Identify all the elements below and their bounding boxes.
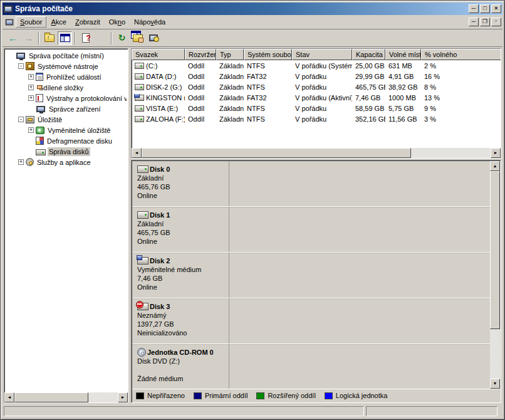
column-header-%-voln-ho[interactable]: % volného xyxy=(421,49,501,60)
menu-zobrazit[interactable]: Zobrazit xyxy=(71,16,105,28)
disk-info-cell[interactable]: Jednotka CD-ROM 0Disk DVD (Z:)Žádné médi… xyxy=(132,344,229,389)
tree-item-prohl-e-ud-lost-[interactable]: +Prohlížeč událostí xyxy=(6,71,127,82)
cell-status: V pořádku xyxy=(292,83,352,91)
scroll-left-button[interactable]: ◄ xyxy=(4,392,14,402)
console-settings-button[interactable] xyxy=(146,31,160,45)
computer-icon xyxy=(16,53,25,59)
tree-expander[interactable]: + xyxy=(28,127,34,133)
scroll-left-button[interactable]: ◄ xyxy=(132,148,142,158)
cell-text: NTFS xyxy=(247,62,265,70)
table-row[interactable]: ZALOHA (F:)OddílZákladníNTFSV pořádku352… xyxy=(132,113,501,124)
tree-item-spr-va-disk-[interactable]: Správa disků xyxy=(6,146,127,157)
volume-list-horizontal-scrollbar[interactable]: ◄ ► xyxy=(132,148,501,158)
tree-expander[interactable]: + xyxy=(28,85,34,90)
legend-label: Primární oddíl xyxy=(205,392,247,399)
window-title: Správa počítače xyxy=(15,4,467,13)
cell-text: 11,56 GB xyxy=(388,115,417,123)
volume-scrollbar-thumb[interactable] xyxy=(142,148,411,158)
tree-scrollbar-thumb[interactable] xyxy=(14,392,88,402)
tree-item-spr-vce-za-zen-[interactable]: Správce zařízení xyxy=(6,103,127,114)
tree-item-label: Výstrahy a protokolování vý xyxy=(45,94,127,103)
table-row[interactable]: DATA (D:)OddílZákladníFAT32V pořádku29,9… xyxy=(132,71,501,81)
tree-expander[interactable]: - xyxy=(18,117,24,122)
cell-text: 352,16 GB xyxy=(355,115,385,123)
tree-expander[interactable]: + xyxy=(28,74,34,80)
removable-storage-icon xyxy=(36,127,44,134)
cell-fs: NTFS xyxy=(244,105,292,112)
tree-item-label: Defragmentace disku xyxy=(46,137,113,145)
tree-item-slu-by-a-aplikace[interactable]: +Služby a aplikace xyxy=(6,157,127,167)
cell-free: 5,75 GB xyxy=(385,105,421,112)
maximize-button[interactable]: □ xyxy=(480,4,490,13)
minimize-button[interactable]: ─ xyxy=(469,4,479,13)
disk-info-cell[interactable]: Disk 1Základní465,75 GBOnline xyxy=(132,207,229,252)
toolbar-separator xyxy=(111,32,112,45)
column-header-rozvr-en-[interactable]: Rozvržení xyxy=(185,49,216,60)
disk-info-cell[interactable]: Disk 3Neznámý1397,27 GBNeinicializováno xyxy=(132,298,229,344)
menu-soubor[interactable]: Soubor xyxy=(16,16,46,28)
tree-item-defragmentace-disku[interactable]: Defragmentace disku xyxy=(6,135,127,146)
disk-scrollbar-track[interactable] xyxy=(490,329,500,379)
column-header-svazek[interactable]: Svazek xyxy=(132,49,185,60)
column-header-voln-m-sto[interactable]: Volné místo xyxy=(385,49,421,60)
table-row[interactable]: (C:)OddílZákladníNTFSV pořádku (Systém)2… xyxy=(132,60,501,71)
disk-info-cell[interactable]: Disk 0Základní465,76 GBOnline xyxy=(132,161,229,206)
legend-item: Rozšířený oddíl xyxy=(256,392,315,399)
legend-swatch xyxy=(256,392,264,399)
tree-scrollbar-track[interactable] xyxy=(88,392,118,402)
scroll-down-button[interactable]: ▼ xyxy=(490,379,500,389)
cell-capacity: 7,46 GB xyxy=(352,94,385,102)
close-button[interactable]: × xyxy=(491,4,501,13)
column-header-stav[interactable]: Stav xyxy=(292,49,352,60)
mdi-close-button: × xyxy=(491,18,501,26)
table-row[interactable]: DISK-2 (G:)OddílZákladníNTFSV pořádku465… xyxy=(132,81,501,92)
mdi-restore-button[interactable]: ❐ xyxy=(480,18,490,26)
back-button[interactable]: ← xyxy=(6,31,20,45)
menu-nápověda[interactable]: Nápověda xyxy=(130,16,170,28)
scroll-up-button[interactable]: ▲ xyxy=(490,161,500,171)
disk-info-cell[interactable]: Disk 2Vyměnitelné médium7,46 GBOnline xyxy=(132,253,229,298)
help-button[interactable] xyxy=(78,31,93,45)
tree-item-vym-niteln-lo-i-t-[interactable]: +Vyměnitelné úložiště xyxy=(6,125,127,135)
tree-item-spr-va-po-ta-e-m-stn-[interactable]: Správa počítače (místní) xyxy=(6,50,127,61)
tree-item-v-strahy-a-protokolov-n-v-[interactable]: +Výstrahy a protokolování vý xyxy=(6,93,127,103)
tree-item--lo-i-t-[interactable]: -Úložiště xyxy=(6,114,127,125)
cell-status: V pořádku xyxy=(292,115,352,123)
tree-item-sd-len-slo-ky[interactable]: +Sdílené složky xyxy=(6,82,127,93)
show-console-tree-button[interactable] xyxy=(58,31,72,45)
scroll-right-button[interactable]: ► xyxy=(491,148,501,158)
disk-view-vertical-scrollbar[interactable]: ▲ ▼ xyxy=(490,161,500,389)
mdi-minimize-button[interactable]: ─ xyxy=(469,18,479,26)
cell-layout: Oddíl xyxy=(185,94,216,102)
tree-expander[interactable]: + xyxy=(28,95,34,101)
column-header-syst-m-soubor-[interactable]: Systém souborů xyxy=(244,49,292,60)
volume-scrollbar-track[interactable] xyxy=(411,148,491,158)
scroll-right-button[interactable]: ► xyxy=(118,392,128,402)
tree-item-syst-mov-n-stroje[interactable]: -Systémové nástroje xyxy=(6,61,127,71)
table-row[interactable]: VISTA (E:)OddílZákladníNTFSV pořádku58,5… xyxy=(132,103,501,113)
legend-swatch xyxy=(194,392,202,399)
disk-error-icon xyxy=(137,303,148,310)
disk-name: Disk 3 xyxy=(137,302,229,311)
toolbar-separator xyxy=(75,32,76,45)
legend-label: Logická jednotka xyxy=(336,392,388,399)
column-header-kapacita[interactable]: Kapacita xyxy=(352,49,385,60)
forward-button[interactable]: → xyxy=(21,31,36,45)
column-header-typ[interactable]: Typ xyxy=(216,49,244,60)
cell-text: 7,46 GB xyxy=(355,94,380,102)
show-action-pane-button[interactable] xyxy=(94,31,108,45)
menu-akce[interactable]: Akce xyxy=(46,16,70,28)
cell-fs: FAT32 xyxy=(244,73,292,80)
table-row[interactable]: KINGSTON (H:)OddílZákladníFAT32V pořádku… xyxy=(132,92,501,103)
mdi-document-icon[interactable] xyxy=(6,19,14,25)
refresh-button[interactable]: ↻ xyxy=(115,31,129,45)
up-one-level-button[interactable]: ↑ xyxy=(42,31,56,45)
tree-expander[interactable]: + xyxy=(18,159,24,165)
tree-horizontal-scrollbar[interactable]: ◄ ► xyxy=(4,392,128,402)
cell-capacity: 58,59 GB xyxy=(352,105,385,112)
tree-expander[interactable]: - xyxy=(18,63,24,69)
titlebar[interactable]: Správa počítače ─□× xyxy=(3,3,502,15)
menu-okno[interactable]: Okno xyxy=(105,16,130,28)
tree-item-label: Úložiště xyxy=(36,115,63,124)
disk-scrollbar-thumb[interactable] xyxy=(490,171,500,329)
